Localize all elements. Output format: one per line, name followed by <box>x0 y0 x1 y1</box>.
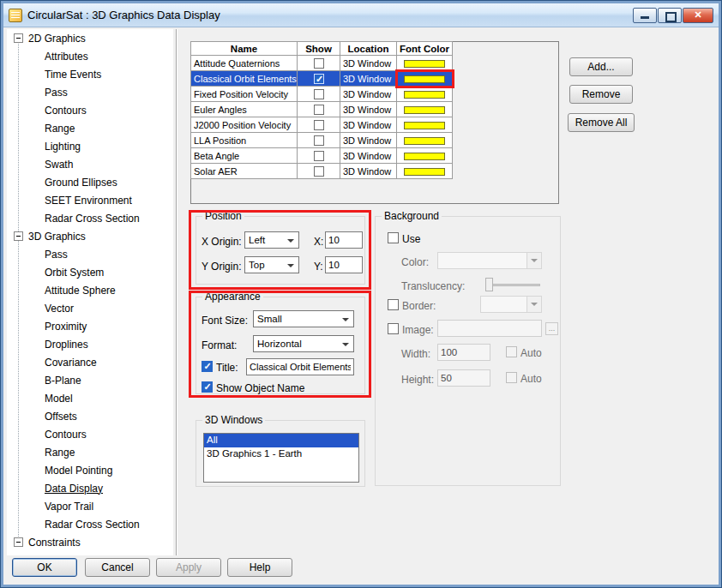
border-style-select[interactable] <box>480 296 542 313</box>
tree-node-3d-graphics[interactable]: 3D Graphics <box>7 227 173 245</box>
tree-node-contours[interactable]: Contours <box>7 425 173 443</box>
height-auto-checkbox[interactable] <box>506 372 517 383</box>
3d-windows-list[interactable]: All3D Graphics 1 - Earth <box>203 433 359 483</box>
font-color-swatch[interactable] <box>404 168 445 176</box>
tree-node-range[interactable]: Range <box>7 443 173 461</box>
font-color-swatch[interactable] <box>404 122 445 129</box>
tree-node-lighting[interactable]: Lighting <box>7 137 173 155</box>
font-color-swatch[interactable] <box>404 153 445 160</box>
list-item[interactable]: All <box>204 434 358 447</box>
tree-node-swath[interactable]: Swath <box>7 155 173 173</box>
table-row[interactable]: Classical Orbit Elements3D Window <box>191 71 453 87</box>
tree-divider[interactable] <box>176 29 177 555</box>
list-item[interactable]: 3D Graphics 1 - Earth <box>204 447 358 461</box>
tree-node-model-pointing[interactable]: Model Pointing <box>7 461 173 479</box>
collapse-icon[interactable] <box>14 33 23 43</box>
tree-node-seet-environment[interactable]: SEET Environment <box>7 191 173 209</box>
window-title: CircularSat : 3D Graphics Data Display <box>27 9 220 21</box>
table-row[interactable]: Attitude Quaternions3D Window <box>191 56 453 71</box>
font-color-swatch[interactable] <box>404 75 445 83</box>
tree-node-proximity[interactable]: Proximity <box>7 317 173 335</box>
format-select[interactable]: Horizontal <box>253 335 354 352</box>
x-origin-value: Left <box>249 235 265 245</box>
tree-node-vapor-trail[interactable]: Vapor Trail <box>7 497 173 515</box>
tree-node-vector[interactable]: Vector <box>7 299 173 317</box>
help-button[interactable]: Help <box>227 558 292 577</box>
tree-node-radar-cross-section[interactable]: Radar Cross Section <box>7 209 173 227</box>
y-input[interactable] <box>325 256 363 273</box>
tree-node-2d-graphics[interactable]: 2D Graphics <box>7 29 173 47</box>
remove-button[interactable]: Remove <box>569 85 633 104</box>
tree-node-covariance[interactable]: Covariance <box>7 353 173 371</box>
image-checkbox[interactable] <box>388 323 399 334</box>
table-row[interactable]: J2000 Position Velocity3D Window <box>191 117 453 133</box>
tree-node-ground-ellipses[interactable]: Ground Ellipses <box>7 173 173 191</box>
close-button[interactable] <box>683 8 713 23</box>
y-origin-select[interactable]: Top <box>244 256 299 273</box>
image-path-input[interactable] <box>437 320 542 337</box>
font-size-select[interactable]: Small <box>253 310 354 327</box>
titlebar[interactable]: CircularSat : 3D Graphics Data Display <box>3 3 719 27</box>
tree-node-model[interactable]: Model <box>7 389 173 407</box>
show-checkbox[interactable] <box>314 74 324 84</box>
tree-node-attributes[interactable]: Attributes <box>7 47 173 65</box>
table-row[interactable]: Fixed Position Velocity3D Window <box>191 87 453 102</box>
font-color-swatch[interactable] <box>404 137 445 145</box>
height-input[interactable] <box>437 369 490 387</box>
dialog-window: CircularSat : 3D Graphics Data Display 2… <box>0 0 722 588</box>
cancel-button[interactable]: Cancel <box>85 558 150 577</box>
show-checkbox[interactable] <box>314 135 324 146</box>
translucency-slider[interactable] <box>485 278 540 291</box>
remove-all-button[interactable]: Remove All <box>568 113 635 132</box>
show-checkbox[interactable] <box>314 151 324 161</box>
maximize-button[interactable] <box>658 8 682 23</box>
tree-node-contours[interactable]: Contours <box>7 101 173 119</box>
table-row[interactable]: Beta Angle3D Window <box>191 148 453 164</box>
collapse-icon[interactable] <box>14 537 23 547</box>
slider-thumb[interactable] <box>485 278 493 291</box>
tree-node-orbit-system[interactable]: Orbit System <box>7 263 173 281</box>
tree-node-b-plane[interactable]: B-Plane <box>7 371 173 389</box>
table-row[interactable]: LLA Position3D Window <box>191 133 453 148</box>
collapse-icon[interactable] <box>14 231 23 241</box>
font-color-swatch[interactable] <box>404 60 445 68</box>
tree-node-range[interactable]: Range <box>7 119 173 137</box>
tree-node-constraints[interactable]: Constraints <box>7 533 173 551</box>
tree-node-droplines[interactable]: Droplines <box>7 335 173 353</box>
show-object-name-checkbox[interactable] <box>202 381 213 393</box>
add-button[interactable]: Add... <box>569 57 633 76</box>
show-checkbox[interactable] <box>314 58 324 69</box>
show-checkbox[interactable] <box>314 120 324 130</box>
table-row[interactable]: Euler Angles3D Window <box>191 102 453 117</box>
font-color-swatch[interactable] <box>404 106 445 114</box>
tree-node-time-events[interactable]: Time Events <box>7 65 173 83</box>
data-table-body: Attitude Quaternions3D WindowClassical O… <box>191 56 453 179</box>
tree-node-data-display[interactable]: Data Display <box>7 479 173 497</box>
show-checkbox[interactable] <box>314 89 324 99</box>
show-checkbox[interactable] <box>314 105 324 115</box>
table-row[interactable]: Solar AER3D Window <box>191 164 453 179</box>
app-icon <box>9 9 22 22</box>
x-origin-select[interactable]: Left <box>244 231 299 249</box>
x-origin-label: X Origin: <box>202 236 242 248</box>
appearance-group: Appearance Font Size: Small Format: Hori… <box>196 297 365 394</box>
tree-node-offsets[interactable]: Offsets <box>7 407 173 425</box>
font-color-swatch[interactable] <box>404 91 445 99</box>
tree-node-radar-cross-section[interactable]: Radar Cross Section <box>7 515 173 533</box>
title-checkbox[interactable] <box>202 361 213 372</box>
width-input[interactable] <box>437 344 490 361</box>
tree-node-attitude-sphere[interactable]: Attitude Sphere <box>7 281 173 299</box>
use-checkbox[interactable] <box>388 232 399 243</box>
border-checkbox[interactable] <box>388 299 399 310</box>
minimize-button[interactable] <box>633 8 657 23</box>
title-input[interactable] <box>246 358 354 375</box>
image-browse-button[interactable]: ... <box>545 322 558 335</box>
width-auto-checkbox[interactable] <box>506 346 517 357</box>
color-select[interactable] <box>437 252 542 269</box>
apply-button[interactable]: Apply <box>156 558 221 577</box>
tree-node-pass[interactable]: Pass <box>7 83 173 101</box>
tree-node-pass[interactable]: Pass <box>7 245 173 263</box>
x-input[interactable] <box>325 231 363 249</box>
show-checkbox[interactable] <box>314 166 324 177</box>
ok-button[interactable]: OK <box>12 558 77 577</box>
